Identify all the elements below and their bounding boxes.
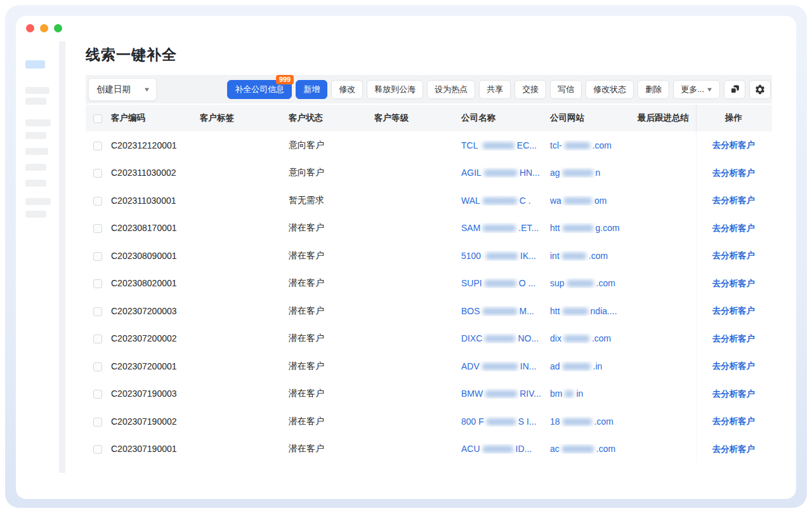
- company-name-link[interactable]: ADVIN...: [461, 361, 550, 371]
- action-cell: 去分析客户: [696, 325, 771, 353]
- toolbar-button-2[interactable]: 设为热点: [427, 80, 475, 99]
- company-name-link[interactable]: BMWRIV...: [461, 388, 550, 399]
- chevron-down-icon: ▼: [143, 86, 151, 93]
- complete-company-info-button[interactable]: 补全公司信息 999: [227, 80, 292, 99]
- analyze-customer-link[interactable]: 去分析客户: [712, 416, 756, 426]
- row-select-cell: [86, 444, 111, 454]
- action-cell: 去分析客户: [696, 242, 771, 270]
- analyze-customer-link[interactable]: 去分析客户: [712, 334, 756, 343]
- company-name-link[interactable]: ACUID...: [461, 444, 550, 454]
- table-row: C202311030001暂无需求WALC .waom去分析客户: [86, 187, 772, 215]
- action-cell: 去分析客户: [696, 131, 771, 159]
- website-visible: htt: [550, 306, 560, 316]
- customer-status: 潜在客户: [289, 361, 374, 372]
- company-name-visible: SUPI: [461, 278, 482, 288]
- settings-button[interactable]: [749, 80, 771, 99]
- row-checkbox[interactable]: [93, 169, 102, 178]
- company-name-link[interactable]: WALC .: [461, 196, 550, 206]
- action-cell: 去分析客户: [696, 270, 771, 298]
- company-name-link[interactable]: SUPIO ...: [461, 278, 550, 288]
- apps-switch-icon: [730, 84, 740, 95]
- row-checkbox[interactable]: [93, 279, 102, 288]
- analyze-customer-link[interactable]: 去分析客户: [712, 223, 756, 233]
- website-visible: ac: [550, 444, 560, 454]
- company-name-link[interactable]: 5100 IK...: [461, 251, 550, 261]
- customer-status: 潜在客户: [289, 388, 374, 399]
- website-visible: .com: [589, 251, 608, 261]
- company-website-link[interactable]: httg.com: [550, 223, 638, 233]
- analyze-customer-link[interactable]: 去分析客户: [712, 168, 756, 178]
- analyze-customer-link[interactable]: 去分析客户: [712, 251, 756, 260]
- minimize-window-icon[interactable]: [40, 24, 48, 32]
- company-website-link[interactable]: agn: [550, 168, 638, 178]
- customer-status: 意向客户: [289, 167, 374, 178]
- website-visible: .com: [596, 278, 615, 288]
- date-filter-select[interactable]: 创建日期 ▼: [88, 78, 157, 101]
- row-checkbox[interactable]: [93, 390, 102, 399]
- analyze-customer-link[interactable]: 去分析客户: [712, 389, 756, 399]
- column-header-7: 操作: [696, 105, 771, 131]
- apps-switch-button[interactable]: [724, 80, 745, 99]
- company-name-link[interactable]: BOSM...: [461, 306, 550, 316]
- redacted-text: [565, 142, 590, 149]
- company-website-link[interactable]: tcl-.com: [550, 140, 638, 150]
- toolbar-button-3[interactable]: 共享: [479, 80, 511, 99]
- company-name-link[interactable]: 800 FS I...: [461, 416, 550, 427]
- analyze-customer-link[interactable]: 去分析客户: [712, 306, 756, 315]
- company-website-link[interactable]: httndia....: [550, 306, 638, 316]
- redacted-text: [485, 335, 515, 342]
- add-button-label: 新增: [303, 84, 320, 95]
- company-website-link[interactable]: dix.com: [550, 333, 638, 343]
- company-website-link[interactable]: int.com: [550, 251, 638, 261]
- customer-status: 潜在客户: [289, 305, 374, 317]
- analyze-customer-link[interactable]: 去分析客户: [712, 444, 756, 454]
- company-name-link[interactable]: DIXCNO...: [461, 333, 550, 343]
- redacted-text: [567, 280, 594, 287]
- sidebar-skeleton-item: [25, 119, 51, 126]
- row-checkbox[interactable]: [93, 307, 102, 316]
- redacted-text: [563, 225, 593, 232]
- select-all-checkbox[interactable]: [93, 114, 102, 123]
- analyze-customer-link[interactable]: 去分析客户: [712, 140, 756, 150]
- add-button[interactable]: 新增: [296, 80, 327, 99]
- close-window-icon[interactable]: [26, 24, 34, 32]
- analyze-customer-link[interactable]: 去分析客户: [712, 361, 756, 371]
- customer-table: 客户编码客户标签客户状态客户等级公司名称公司网站最后跟进总结操作 C202312…: [86, 105, 772, 463]
- company-website-link[interactable]: waom: [550, 196, 638, 206]
- analyze-customer-link[interactable]: 去分析客户: [712, 279, 756, 288]
- row-select-cell: [86, 140, 111, 150]
- toolbar-button-5[interactable]: 写信: [550, 80, 582, 99]
- row-checkbox[interactable]: [93, 197, 102, 206]
- toolbar-button-7[interactable]: 删除: [638, 80, 669, 99]
- company-website-link[interactable]: ad.in: [550, 361, 638, 371]
- redacted-text: [564, 335, 589, 342]
- row-checkbox[interactable]: [93, 335, 102, 343]
- company-name-link[interactable]: SAM.ET...: [461, 223, 550, 233]
- row-checkbox[interactable]: [93, 252, 102, 261]
- row-checkbox[interactable]: [93, 418, 102, 427]
- analyze-customer-link[interactable]: 去分析客户: [712, 196, 756, 205]
- customer-code: C202308020001: [111, 278, 200, 288]
- zoom-window-icon[interactable]: [54, 24, 62, 32]
- toolbar-button-0[interactable]: 修改: [331, 80, 363, 99]
- row-checkbox[interactable]: [93, 224, 102, 233]
- toolbar-button-4[interactable]: 交接: [514, 80, 546, 99]
- toolbar-button-6[interactable]: 修改状态: [586, 80, 634, 99]
- company-website-link[interactable]: 18.com: [550, 416, 638, 427]
- window-controls: [26, 24, 62, 32]
- action-cell: 去分析客户: [696, 187, 771, 215]
- company-website-link[interactable]: sup.com: [550, 278, 638, 288]
- company-name-link[interactable]: TCL EC...: [461, 140, 550, 150]
- company-website-link[interactable]: bmin: [550, 388, 638, 399]
- row-select-cell: [86, 333, 111, 343]
- row-checkbox[interactable]: [93, 362, 102, 371]
- toolbar-button-1[interactable]: 释放到公海: [367, 80, 423, 99]
- company-website-link[interactable]: ac.com: [550, 444, 638, 454]
- row-checkbox[interactable]: [93, 142, 102, 150]
- row-checkbox[interactable]: [93, 445, 102, 454]
- chevron-down-icon: ▼: [706, 86, 714, 93]
- sidebar-divider: [59, 41, 65, 473]
- company-name-link[interactable]: AGILHN...: [461, 168, 550, 178]
- more-button[interactable]: 更多... ▼: [673, 80, 720, 99]
- redacted-text: [562, 446, 594, 453]
